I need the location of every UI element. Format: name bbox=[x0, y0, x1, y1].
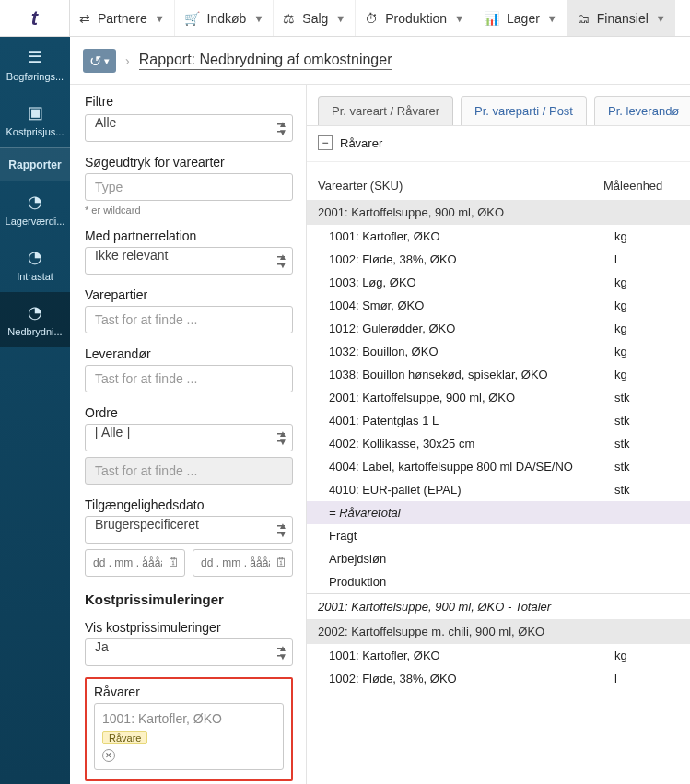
date-from-input[interactable] bbox=[85, 549, 185, 577]
chevron-down-icon: ▼ bbox=[454, 13, 464, 24]
grand-total-row: 2001: Kartoffelsuppe, 900 ml, ØKO - Tota… bbox=[307, 593, 690, 619]
topnav-salg[interactable]: ⚖ Salg ▼ bbox=[273, 0, 355, 36]
rail-label: Intrastat bbox=[17, 271, 53, 282]
finance-icon: 🗂 bbox=[577, 11, 590, 26]
topnav-label: Partnere bbox=[98, 11, 147, 26]
vareparti-label: Varepartier bbox=[85, 287, 293, 302]
cell-unit: stk bbox=[614, 437, 679, 451]
table-row[interactable]: 1038: Bouillon hønsekød, spiseklar, ØKOk… bbox=[307, 363, 690, 386]
cell-sku: 1002: Fløde, 38%, ØKO bbox=[329, 252, 614, 266]
collapse-toggle[interactable]: − bbox=[318, 135, 333, 150]
cell-unit: kg bbox=[614, 649, 679, 662]
kost-select[interactable]: Ja ▲▼ bbox=[85, 638, 293, 666]
topbar: t ⇄ Partnere ▼ 🛒 Indkøb ▼ ⚖ Salg ▼ ⏱ Pro… bbox=[0, 0, 690, 37]
filter-panel: Filtre Alle ▲▼ Søgeudtryk for varearter … bbox=[70, 85, 307, 784]
partner-label: Med partnerrelation bbox=[85, 228, 293, 243]
vareparti-input[interactable] bbox=[85, 306, 293, 333]
leverandor-input[interactable] bbox=[85, 365, 293, 392]
remove-chip-icon[interactable]: ✕ bbox=[102, 749, 115, 762]
table-row[interactable]: 1001: Kartofler, ØKOkg bbox=[307, 644, 690, 667]
partner-value: Ikke relevant bbox=[85, 247, 293, 275]
table-row[interactable]: 1002: Fløde, 38%, ØKOl bbox=[307, 248, 690, 271]
partners-icon: ⇄ bbox=[79, 11, 90, 26]
rail-bogforing[interactable]: ☰ Bogførings... bbox=[0, 37, 70, 92]
rail-label: Nedbrydni... bbox=[7, 326, 62, 337]
chevron-down-icon: ▼ bbox=[253, 13, 263, 24]
chevron-down-icon: ▼ bbox=[656, 13, 666, 24]
col-sku: Varearter (SKU) bbox=[318, 179, 603, 193]
rail-section-rapporter: Rapporter bbox=[0, 148, 70, 181]
breadcrumb-title: Rapport: Nedbrydning af omkostninger bbox=[139, 52, 392, 70]
cell-unit: kg bbox=[614, 322, 679, 335]
tab-leverandor[interactable]: Pr. leverandø bbox=[594, 96, 690, 125]
tab-vareparti-post[interactable]: Pr. vareparti / Post bbox=[461, 96, 587, 125]
cell-sku: 1038: Bouillon hønsekød, spiseklar, ØKO bbox=[329, 368, 614, 381]
cell-unit: kg bbox=[614, 229, 679, 243]
chevron-down-icon: ▾ bbox=[104, 55, 110, 67]
tab-vareart-raavarer[interactable]: Pr. vareart / Råvarer bbox=[318, 96, 453, 125]
table-row[interactable]: 1012: Gulerødder, ØKOkg bbox=[307, 317, 690, 340]
topnav-partnere[interactable]: ⇄ Partnere ▼ bbox=[70, 0, 174, 36]
sales-icon: ⚖ bbox=[283, 11, 295, 26]
topnav-lager[interactable]: 📊 Lager ▼ bbox=[474, 0, 567, 36]
topnav-label: Lager bbox=[507, 11, 540, 26]
table-row[interactable]: 1004: Smør, ØKOkg bbox=[307, 294, 690, 317]
kost-label: Vis kostprissimuleringer bbox=[85, 620, 293, 635]
rail-intrastat[interactable]: ◔ Intrastat bbox=[0, 237, 70, 292]
date-to-input[interactable] bbox=[193, 549, 293, 577]
topnav-produktion[interactable]: ⏱ Produktion ▼ bbox=[355, 0, 474, 36]
rail-lagervaerdi[interactable]: ◔ Lagerværdi... bbox=[0, 181, 70, 237]
cell-unit: kg bbox=[614, 275, 679, 289]
sum-row: = Råvaretotal bbox=[307, 501, 690, 524]
table-row[interactable]: 1001: Kartofler, ØKOkg bbox=[307, 225, 690, 248]
cell-sku: 1012: Gulerødder, ØKO bbox=[329, 322, 614, 335]
table-row[interactable]: 4002: Kollikasse, 30x25 cmstk bbox=[307, 432, 690, 455]
table-row[interactable]: 1003: Løg, ØKOkg bbox=[307, 271, 690, 294]
table-row[interactable]: 4010: EUR-pallet (EPAL)stk bbox=[307, 478, 690, 501]
cell-unit: stk bbox=[614, 391, 679, 404]
raavarer-highlight-box: Råvarer 1001: Kartofler, ØKO Råvare ✕ bbox=[85, 677, 293, 781]
rail-label: Lagerværdi... bbox=[6, 216, 65, 227]
left-rail: ☰ Bogførings... ▣ Kostprisjus... Rapport… bbox=[0, 37, 70, 784]
cell-sku: 4001: Patentglas 1 L bbox=[329, 414, 614, 427]
chevron-down-icon: ▼ bbox=[155, 13, 165, 24]
table-row[interactable]: 4001: Patentglas 1 Lstk bbox=[307, 409, 690, 432]
app-logo[interactable]: t bbox=[0, 0, 70, 36]
table-row[interactable]: 2001: Kartoffelsuppe, 900 ml, ØKOstk bbox=[307, 386, 690, 409]
table-row[interactable]: 1032: Bouillon, ØKOkg bbox=[307, 340, 690, 363]
ordre-select[interactable]: [ Alle ] ▲▼ bbox=[85, 424, 293, 451]
tilg-select[interactable]: Brugerspecificeret ▲▼ bbox=[85, 516, 293, 544]
content: ↺ ▾ › Rapport: Nedbrydning af omkostning… bbox=[70, 37, 690, 784]
partner-select[interactable]: Ikke relevant ▲▼ bbox=[85, 247, 293, 275]
cell-unit: stk bbox=[614, 414, 679, 427]
table-row[interactable]: 4004: Label, kartoffelsuppe 800 ml DA/SE… bbox=[307, 455, 690, 478]
topnav-finansiel[interactable]: 🗂 Finansiel ▼ bbox=[567, 0, 675, 36]
cell-sku: 2001: Kartoffelsuppe, 900 ml, ØKO bbox=[329, 391, 614, 404]
history-button[interactable]: ↺ ▾ bbox=[83, 49, 116, 73]
report-tabs: Pr. vareart / Råvarer Pr. vareparti / Po… bbox=[307, 85, 690, 126]
adjust-icon: ▣ bbox=[28, 102, 43, 123]
table-row[interactable]: 1002: Fløde, 38%, ØKOl bbox=[307, 667, 690, 690]
table-body: 2001: Kartoffelsuppe, 900 ml, ØKO1001: K… bbox=[307, 200, 690, 784]
report-panel: Pr. vareart / Råvarer Pr. vareparti / Po… bbox=[307, 85, 690, 784]
cell-sku: 1032: Bouillon, ØKO bbox=[329, 345, 614, 358]
cell-sku: 1001: Kartofler, ØKO bbox=[329, 229, 614, 243]
raavarer-chip-input[interactable]: 1001: Kartofler, ØKO Råvare ✕ bbox=[94, 703, 284, 770]
extra-row: Arbejdsløn bbox=[307, 547, 690, 570]
topnav-indkob[interactable]: 🛒 Indkøb ▼ bbox=[174, 0, 274, 36]
topnav-label: Finansiel bbox=[597, 11, 649, 26]
search-input[interactable] bbox=[85, 173, 293, 201]
rail-nedbrydning[interactable]: ◔ Nedbrydni... bbox=[0, 292, 70, 347]
history-icon: ↺ bbox=[89, 53, 101, 70]
kost-value: Ja bbox=[85, 638, 293, 666]
filter-category-select[interactable]: Alle ▲▼ bbox=[85, 114, 293, 142]
rail-kostpris[interactable]: ▣ Kostprisjus... bbox=[0, 92, 70, 147]
group-header[interactable]: 2002: Kartoffelsuppe m. chili, 900 ml, Ø… bbox=[307, 619, 690, 644]
cell-sku: 1001: Kartofler, ØKO bbox=[329, 649, 614, 662]
group-toggle-row: − Råvarer bbox=[307, 126, 690, 162]
tilg-label: Tilgængelighedsdato bbox=[85, 497, 293, 512]
col-unit: Måleenhed bbox=[603, 179, 679, 193]
group-header[interactable]: 2001: Kartoffelsuppe, 900 ml, ØKO bbox=[307, 200, 690, 225]
cell-sku: 4004: Label, kartoffelsuppe 800 ml DA/SE… bbox=[329, 460, 614, 474]
extra-row: Produktion bbox=[307, 570, 690, 593]
